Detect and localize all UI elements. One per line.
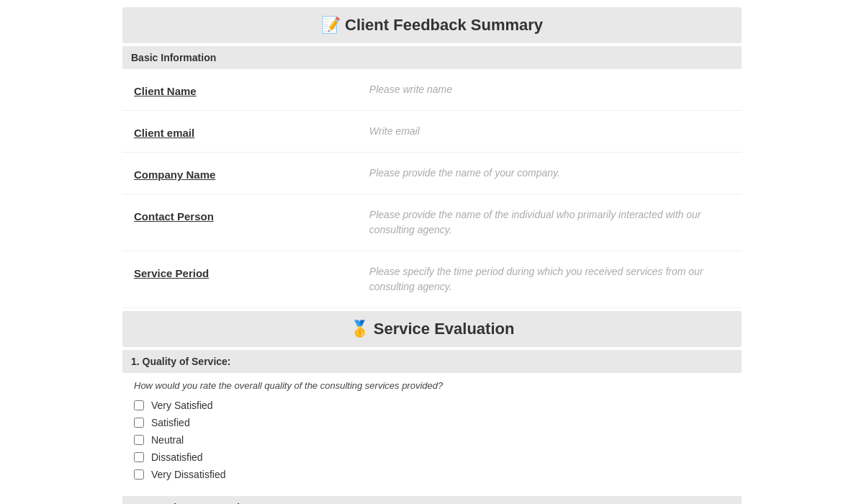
label-satisfied: Satisfied xyxy=(151,417,190,428)
checkbox-satisfied[interactable] xyxy=(134,418,144,428)
field-row-client-name: Client Name Please write name xyxy=(122,69,742,111)
field-placeholder-client-name[interactable]: Please write name xyxy=(369,84,452,95)
checkbox-neutral[interactable] xyxy=(134,435,144,445)
checkbox-very-satisfied[interactable] xyxy=(134,400,144,410)
label-neutral: Neutral xyxy=(151,434,184,446)
field-placeholder-service-period[interactable]: Please specify the time period during wh… xyxy=(369,266,703,292)
title-icon: 📝 xyxy=(321,16,341,34)
evaluation-section-2: 2. Consultants' Expertise: How knowledge… xyxy=(122,496,742,504)
field-row-contact-person: Contact Person Please provide the name o… xyxy=(122,194,742,251)
option-very-satisfied[interactable]: Very Satisfied xyxy=(134,400,730,411)
field-row-service-period: Service Period Please specify the time p… xyxy=(122,251,742,308)
field-row-client-email: Client email Write email xyxy=(122,111,742,153)
field-label-company-name: Company Name xyxy=(122,153,358,194)
option-neutral[interactable]: Neutral xyxy=(134,434,730,446)
option-satisfied[interactable]: Satisfied xyxy=(134,417,730,428)
option-very-dissatisfied[interactable]: Very Dissatisfied xyxy=(134,469,730,480)
basic-info-header: Basic Information xyxy=(122,46,742,69)
field-label-service-period: Service Period xyxy=(122,251,358,308)
field-row-company-name: Company Name Please provide the name of … xyxy=(122,153,742,194)
field-label-contact-person: Contact Person xyxy=(122,194,358,251)
label-very-satisfied: Very Satisfied xyxy=(151,400,213,411)
label-very-dissatisfied: Very Dissatisfied xyxy=(151,469,225,480)
evaluation-icon: 🥇 xyxy=(350,320,369,338)
section-1-question: How would you rate the overall quality o… xyxy=(134,380,730,391)
page-title: 📝 Client Feedback Summary xyxy=(122,7,742,43)
field-placeholder-contact-person[interactable]: Please provide the name of the individua… xyxy=(369,209,701,235)
basic-info-form: Client Name Please write name Client ema… xyxy=(122,69,742,308)
evaluation-title: 🥇 Service Evaluation xyxy=(122,311,742,347)
section-1-header: 1. Quality of Service: xyxy=(122,350,742,373)
field-label-client-name: Client Name xyxy=(122,69,358,111)
evaluation-section-1: 1. Quality of Service: How would you rat… xyxy=(122,350,742,493)
checkbox-dissatisfied[interactable] xyxy=(134,452,144,462)
field-label-client-email: Client email xyxy=(122,111,358,153)
section-2-header: 2. Consultants' Expertise: xyxy=(122,496,742,504)
field-placeholder-company-name[interactable]: Please provide the name of your company. xyxy=(369,167,560,179)
label-dissatisfied: Dissatisfied xyxy=(151,451,203,463)
field-placeholder-client-email[interactable]: Write email xyxy=(369,125,420,137)
option-dissatisfied[interactable]: Dissatisfied xyxy=(134,451,730,463)
checkbox-very-dissatisfied[interactable] xyxy=(134,469,144,480)
section-1-block: How would you rate the overall quality o… xyxy=(122,380,742,493)
